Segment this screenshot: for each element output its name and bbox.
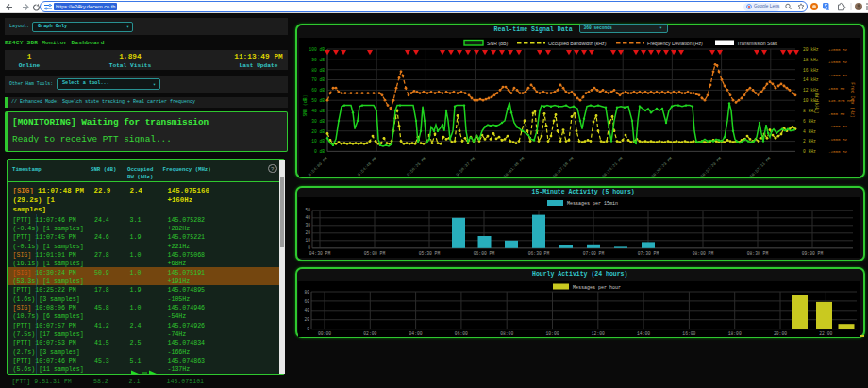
svg-text:20 dB: 20 dB: [311, 129, 325, 134]
svg-text:90 dB: 90 dB: [311, 58, 325, 62]
svg-text:20: 20: [306, 230, 311, 235]
svg-text:00:00: 00:00: [318, 331, 331, 336]
svg-text:8 kHz: 8 kHz: [803, 109, 816, 113]
svg-text:SNR (dB): SNR (dB): [487, 41, 508, 46]
svg-text:09:00 PM: 09:00 PM: [802, 251, 824, 256]
svg-text:20: 20: [305, 317, 310, 322]
svg-text:20:00: 20:00: [774, 331, 787, 336]
svg-text:60: 60: [305, 299, 310, 304]
svg-text:0: 0: [307, 327, 309, 331]
svg-text:6 kHz: 6 kHz: [803, 119, 816, 124]
svg-text:+500 Hz: +500 Hz: [828, 87, 845, 91]
svg-text:06:00: 06:00: [455, 331, 468, 336]
svg-text:0 dB: 0 dB: [314, 149, 325, 154]
svg-text:40: 40: [306, 215, 311, 220]
svg-text:07:30 PM: 07:30 PM: [638, 251, 659, 256]
svg-text:Messages per hour: Messages per hour: [573, 285, 621, 291]
svg-text:08:30 PM: 08:30 PM: [747, 251, 769, 256]
svg-text:-2000 Hz: -2000 Hz: [828, 150, 848, 154]
svg-text:06:30 PM: 06:30 PM: [528, 251, 550, 256]
svg-text:14 kHz: 14 kHz: [803, 77, 819, 82]
svg-text:05:00 PM: 05:00 PM: [364, 251, 386, 256]
svg-text:Freq Dev (Hz): Freq Dev (Hz): [850, 82, 855, 118]
svg-text:-1000 Hz: -1000 Hz: [828, 125, 848, 128]
svg-text:0 kHz: 0 kHz: [803, 149, 816, 154]
svg-text:06:00 PM: 06:00 PM: [474, 251, 495, 256]
svg-text:-1500 Hz: -1500 Hz: [828, 138, 848, 142]
svg-text:-500 Hz: -500 Hz: [828, 112, 845, 116]
svg-text:30 dB: 30 dB: [311, 119, 325, 124]
svg-text:+1000 Hz: +1000 Hz: [828, 74, 848, 77]
svg-text:Messages per 15min: Messages per 15min: [567, 201, 618, 207]
svg-text:70 dB: 70 dB: [311, 77, 325, 82]
svg-text:50: 50: [306, 208, 311, 212]
svg-text:+1500 Hz: +1500 Hz: [828, 60, 848, 64]
svg-text:18:00: 18:00: [728, 331, 742, 336]
svg-text:60 dB: 60 dB: [311, 88, 325, 93]
svg-text:18 kHz: 18 kHz: [803, 58, 819, 62]
svg-text:02:00: 02:00: [363, 331, 376, 336]
svg-text:10: 10: [306, 238, 311, 243]
svg-text:BW (kHz): BW (kHz): [814, 92, 819, 113]
svg-text:SNR (dB): SNR (dB): [303, 94, 308, 116]
svg-text:40: 40: [305, 308, 310, 312]
svg-text:Occupied Bandwidth (kHz): Occupied Bandwidth (kHz): [548, 41, 607, 46]
svg-text:07:00 PM: 07:00 PM: [583, 251, 605, 256]
svg-text:2 kHz: 2 kHz: [803, 139, 816, 143]
svg-text:08:00: 08:00: [500, 331, 513, 336]
svg-text:04:00: 04:00: [409, 331, 423, 336]
svg-text:80: 80: [305, 290, 310, 295]
svg-text:04:30 PM: 04:30 PM: [309, 251, 331, 256]
svg-text:Frequency Deviation (Hz): Frequency Deviation (Hz): [647, 41, 703, 46]
svg-text:Transmission Start: Transmission Start: [737, 41, 778, 46]
svg-text:16:00: 16:00: [682, 331, 695, 336]
svg-text:10 dB: 10 dB: [311, 139, 325, 143]
svg-text:100 dB: 100 dB: [309, 47, 325, 52]
svg-text:+2000 Hz: +2000 Hz: [828, 48, 848, 52]
svg-text:16 kHz: 16 kHz: [803, 68, 819, 73]
svg-text:80 dB: 80 dB: [311, 68, 325, 73]
svg-text:40 dB: 40 dB: [311, 109, 325, 113]
svg-text:50 dB: 50 dB: [311, 98, 325, 103]
svg-text:10:00: 10:00: [545, 331, 559, 336]
svg-text:30: 30: [306, 223, 311, 228]
svg-text:12:00: 12:00: [592, 331, 605, 336]
svg-text:05:30 PM: 05:30 PM: [419, 251, 441, 256]
svg-text:08:00 PM: 08:00 PM: [693, 251, 714, 256]
svg-text:20 kHz: 20 kHz: [803, 47, 819, 52]
svg-text:14:00: 14:00: [637, 331, 650, 336]
svg-text:22:00: 22:00: [819, 331, 832, 336]
svg-text:4 kHz: 4 kHz: [803, 129, 816, 134]
